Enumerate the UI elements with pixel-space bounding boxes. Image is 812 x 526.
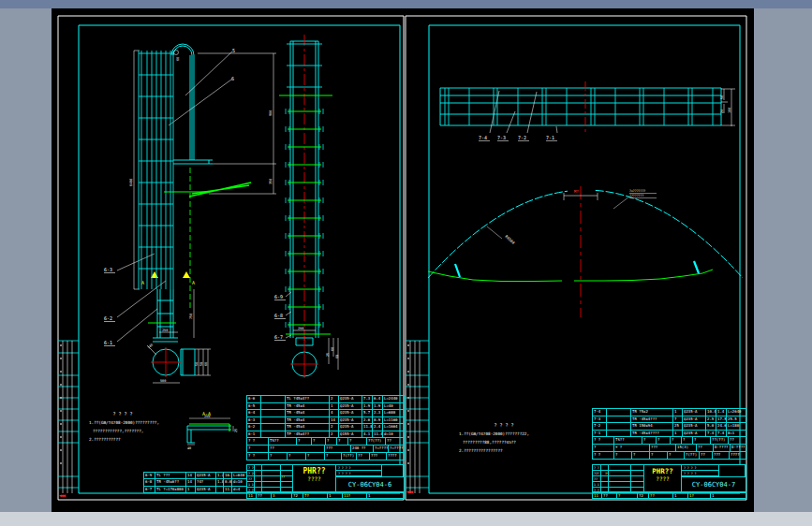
dim: 50 [195, 362, 199, 366]
radius-label: R4500 [504, 234, 516, 245]
leader-label: 5 [232, 48, 235, 53]
table-cell: L=680 [383, 410, 405, 417]
table-cell: ? [614, 452, 632, 460]
table-cell: 14 [186, 473, 196, 479]
table-cell: Q235-A [339, 417, 362, 425]
dim: 68 [335, 355, 339, 358]
table-cell: 2.6 [362, 417, 373, 425]
table-cell: 1.8 [216, 479, 224, 486]
table-cell: 1 [673, 409, 683, 416]
table-cell: 24.6 [716, 423, 727, 431]
table-row: 6-7TL ?=170x8001Q235-A11.4d=4 [144, 487, 247, 493]
dim: 25 [234, 429, 238, 432]
right-texts: 7-4 7-3 7-2 7-1 M? ?x??????? ???????? R4… [479, 95, 731, 245]
weld-marks [455, 261, 699, 277]
table-cell: Q235-A [339, 396, 362, 403]
table-cell: 1 [186, 487, 196, 493]
ground-line [428, 270, 713, 282]
table-row: 6-5TR -45x41Q235-A1.91.9L=40 [247, 403, 405, 411]
table-cell: L=180 [727, 423, 746, 431]
table-cell: 2.3 [373, 410, 383, 417]
project-subtitle: ???? [644, 475, 681, 482]
notes-title: ? ? ? ? [89, 410, 156, 418]
dome-elevation [428, 186, 743, 317]
dim: 750 [189, 314, 193, 319]
cad-viewport[interactable]: 5 6 6-3 6-2 6-1 6-9 6-8 6-7 A A A-A 6480… [52, 8, 754, 512]
table-cell: 14 [330, 417, 339, 425]
apex-note: ?x??????? [629, 189, 645, 193]
table-cell: Q235-A [196, 473, 216, 479]
table-cell: 2 [330, 396, 339, 403]
table-cell: 0.0 [224, 479, 232, 486]
dim: 60 [204, 362, 208, 366]
table-cell: ?2 [638, 493, 649, 499]
table-cell: TL ?45x4?? [286, 396, 330, 403]
table-cell: 7? [303, 493, 328, 499]
bom-header-row: ? ??????(??)????????? [246, 452, 405, 460]
hoop-arc [171, 44, 213, 164]
table-cell: ??? [713, 452, 730, 460]
table-cell: ? [288, 453, 306, 460]
table-cell: 1 [367, 493, 405, 499]
table-cell: ?? [700, 452, 713, 460]
table-cell: Q235-A [339, 403, 362, 411]
table-cell: ? ? [247, 453, 269, 460]
window-titlebar [0, 0, 812, 8]
table-cell: 16.3 [224, 473, 232, 479]
revision-cell: ? ? [248, 466, 254, 470]
table-cell: ? ? [593, 452, 614, 460]
table-cell [261, 424, 286, 431]
status-strip [0, 512, 812, 526]
table-cell: 6-5 [247, 403, 261, 411]
table-row: 6-8TR -45x6??14?4?1.80.0d=10 [144, 479, 247, 486]
table-cell: L=2440 [383, 396, 405, 403]
table-cell: 14 [186, 479, 196, 486]
table-cell: TL ??? [155, 473, 186, 479]
table-cell: ???? [730, 452, 746, 460]
radius-leader [487, 226, 502, 239]
revision-cell: 1 1 [594, 483, 599, 487]
table-cell: ?4? [196, 479, 216, 486]
table-cell [607, 423, 631, 431]
table-cell: TR -45x4??? [631, 416, 673, 424]
table-cell: 6-7 [144, 487, 155, 493]
table-cell: 2 [330, 424, 339, 431]
fold-arrows-icon: ◀◀◀ [406, 489, 413, 494]
table-cell: ? [650, 452, 668, 460]
table-cell: 2.5 [706, 416, 716, 424]
title-bottom-row: 11????2??11?1 [592, 492, 746, 499]
table-cell: 10.4 [706, 409, 716, 416]
item-label: 6-8 [274, 313, 283, 318]
table-cell: Q235-A [196, 487, 216, 493]
table-cell: TR -45x4 [286, 403, 330, 411]
table-cell: 1 [328, 493, 343, 499]
table-row: 11??3?27?111?1 [247, 493, 405, 499]
table-cell: 1.9 [362, 403, 373, 411]
dim: 50 [720, 95, 724, 99]
bom-table-right: 7-4TR ?5x21Q235-A10.41.4L=26407-3TR -45x… [592, 408, 746, 437]
table-cell: TR -45x4 [286, 417, 330, 425]
item-label: 7-4 [479, 135, 487, 140]
dim: 58 [199, 362, 203, 366]
table-cell: d=4 [232, 487, 247, 493]
project-subtitle: ???? [293, 475, 335, 482]
left-dimensions [104, 51, 338, 384]
item-label: 7-1 [546, 135, 554, 140]
table-cell: d=10 [232, 479, 247, 486]
title-block: ? ? ? 2 ?? 1 1 ? ? ?? PHR?? ???? ? ? ? ?… [246, 464, 405, 492]
table-row: 6-3TR -45x414Q235-A2.60.9L=1160 [247, 417, 405, 425]
revision-cell: ? 2 [248, 472, 254, 475]
table-cell: ? [668, 452, 685, 460]
table-cell: TR -45x4 [286, 410, 330, 417]
table-cell: 11? [343, 493, 367, 499]
table-cell [216, 487, 224, 493]
apex-dim: M? [574, 189, 579, 194]
table-cell: 6-2 [247, 424, 261, 431]
stringer [153, 289, 178, 342]
drawing-number: CY-06CY04-6 [336, 476, 404, 491]
table-cell: ?? [649, 493, 673, 499]
table-cell: 1 [673, 493, 688, 499]
table-cell: 17.5 [716, 416, 727, 424]
notes-line: ????????????,???????, [89, 427, 194, 435]
table-cell [607, 409, 631, 416]
